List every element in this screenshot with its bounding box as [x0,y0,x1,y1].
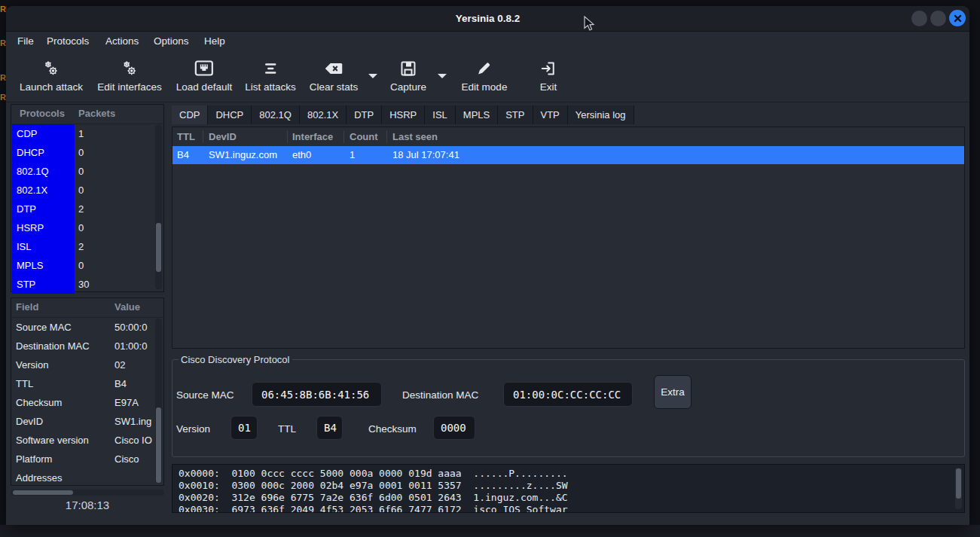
status-clock: 17:08:13 [11,499,164,511]
toolbar-item-label: Capture [390,81,426,93]
column-separator [386,130,387,143]
protocol-row[interactable]: CDP1 [11,124,163,143]
floppy-disk-icon [400,59,417,78]
edit-mode-button[interactable]: Edit mode [462,59,508,93]
count-column-header[interactable]: Count [350,127,378,146]
value-column-header[interactable]: Value [114,298,140,316]
protocol-row[interactable]: STP30 [11,275,163,294]
launch-attack-button[interactable]: Launch attack [20,59,83,93]
last-seen-column-header[interactable]: Last seen [392,127,438,146]
protocol-row[interactable]: DHCP0 [11,143,163,162]
protocols-table-header[interactable]: Protocols Packets [11,105,163,124]
hex-dump-view[interactable]: 0x0000: 0100 0ccc cccc 5000 000a 0000 01… [172,464,965,513]
protocol-name: HSRP [12,218,75,237]
tab-yersinia-log[interactable]: Yersinia log [568,105,634,124]
scrollbar-thumb[interactable] [156,407,161,483]
packet-table[interactable]: TTL DevID Interface Count Last seen B4 S… [172,127,965,349]
field-value: SW1.ing [114,412,156,431]
tab-stp[interactable]: STP [498,105,533,124]
ethernet-port-icon [194,59,214,78]
menu-options[interactable]: Options [154,32,189,51]
tab-dtp[interactable]: DTP [347,105,382,124]
source-mac-label: Source MAC [176,389,234,401]
source-mac-input[interactable]: 06:45:8B:6B:41:56 [252,382,382,407]
field-name: Checksum [16,393,62,412]
cell-ttl: B4 [177,146,189,164]
clear-stats-button[interactable]: Clear stats [310,59,359,93]
maximize-button[interactable] [930,11,946,26]
field-value: E97A [114,393,156,412]
tab-isl[interactable]: ISL [425,105,456,124]
protocols-scrollbar[interactable] [155,125,162,289]
mouse-cursor [584,16,596,32]
packets-column-header[interactable]: Packets [78,105,115,123]
field-value: 02 [114,355,156,374]
ttl-column-header[interactable]: TTL [177,127,195,146]
tab-cdp[interactable]: CDP [172,105,208,124]
scrollbar-thumb[interactable] [13,490,73,495]
menu-protocols[interactable]: Protocols [47,32,89,51]
protocol-name: 802.1Q [12,162,75,181]
load-default-button[interactable]: Load default [176,59,232,93]
field-row[interactable]: Software versionCisco IO [11,431,163,450]
cell-last-seen: 18 Jul 17:07:41 [392,146,459,164]
capture-dropdown-arrow[interactable] [438,74,447,78]
destination-mac-input[interactable]: 01:00:0C:CC:CC:CC [503,382,633,407]
tab-8021q[interactable]: 802.1Q [252,105,300,124]
field-row[interactable]: TTLB4 [11,374,163,393]
clear-stats-dropdown-arrow[interactable] [368,74,377,78]
fields-scrollbar[interactable] [155,319,162,483]
protocol-row[interactable]: ISL2 [11,237,163,256]
scrollbar-thumb[interactable] [956,468,961,499]
field-value: 01:00:0 [114,337,156,355]
fields-horizontal-scrollbar[interactable] [11,490,164,496]
field-table-header[interactable]: Field Value [11,298,163,318]
tab-vtp[interactable]: VTP [533,105,568,124]
title-bar[interactable]: Yersinia 0.8.2 [6,6,969,32]
checksum-input[interactable]: 0000 [433,416,475,440]
field-row[interactable]: Addresses [11,468,163,487]
capture-button[interactable]: Capture [390,59,426,93]
protocol-row[interactable]: 802.1X0 [11,181,163,200]
close-button[interactable] [949,10,966,26]
protocols-column-header[interactable]: Protocols [20,105,65,123]
field-row[interactable]: Version02 [11,355,163,374]
tab-8021x[interactable]: 802.1X [300,105,347,124]
hex-line: 0x0010: 0300 000c 2000 02b4 e97a 0001 00… [172,480,964,492]
field-column-header[interactable]: Field [16,298,38,316]
exit-button[interactable]: Exit [540,59,557,93]
protocol-row[interactable]: HSRP0 [11,218,163,237]
protocol-row[interactable]: MPLS0 [11,256,163,275]
menu-actions[interactable]: Actions [105,32,139,51]
hex-line: 0x0020: 312e 696e 6775 7a2e 636f 6d00 05… [172,492,964,504]
field-row[interactable]: DevIDSW1.ing [11,412,163,431]
field-row[interactable]: Destination MAC01:00:0 [11,337,163,355]
field-name: TTL [16,374,33,393]
list-attacks-button[interactable]: List attacks [245,59,296,93]
menu-file[interactable]: File [17,32,34,51]
hex-scrollbar[interactable] [955,468,962,509]
devid-column-header[interactable]: DevID [209,127,237,146]
tab-hsrp[interactable]: HSRP [382,105,425,124]
protocol-row[interactable]: DTP2 [11,200,163,218]
edit-interfaces-button[interactable]: Edit interfaces [97,59,162,93]
ttl-input[interactable]: B4 [316,416,343,440]
field-name: Source MAC [16,318,72,337]
tab-dhcp[interactable]: DHCP [208,105,252,124]
protocol-row[interactable]: 802.1Q0 [11,162,163,181]
field-row[interactable]: PlatformCisco [11,450,163,468]
scrollbar-thumb[interactable] [156,223,161,272]
minimize-button[interactable] [911,11,927,26]
tab-mpls[interactable]: MPLS [456,105,498,124]
packet-row-selected[interactable]: B4 SW1.inguz.com eth0 1 18 Jul 17:07:41 [172,146,964,164]
field-value: B4 [114,374,156,393]
field-row[interactable]: ChecksumE97A [11,393,163,412]
extra-button[interactable]: Extra [654,375,691,409]
field-row[interactable]: Source MAC50:00:0 [11,318,163,337]
pencil-icon [476,59,493,78]
menu-help[interactable]: Help [204,32,225,51]
interface-column-header[interactable]: Interface [292,127,333,146]
version-input[interactable]: 01 [230,416,258,440]
packet-count: 2 [78,200,84,218]
protocols-table: Protocols Packets CDP1 DHCP0 802.1Q0 802… [11,104,164,292]
